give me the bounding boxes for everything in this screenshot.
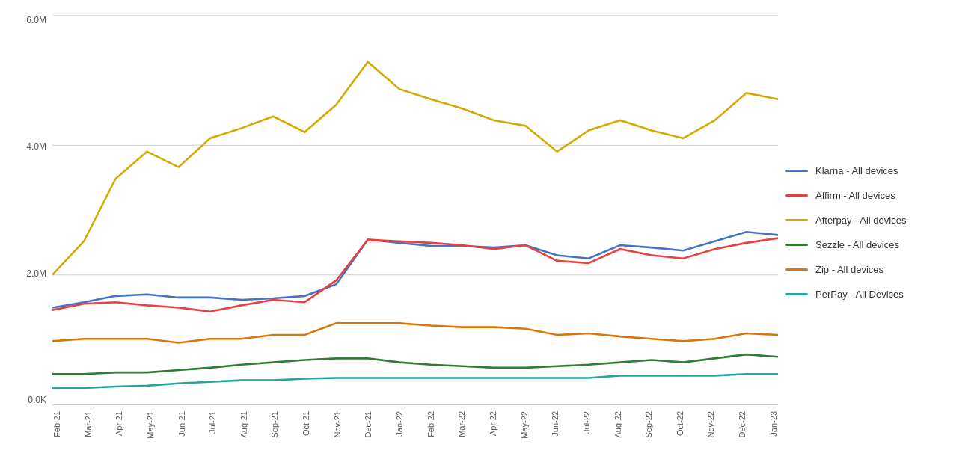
legend-line-affirm (785, 194, 808, 197)
chart-container: 6.0M 4.0M 2.0M 0.0K (0, 0, 980, 465)
legend-line-sezzle (785, 244, 808, 246)
x-label-aug22: Aug-22 (613, 411, 622, 437)
x-label-mar22: Mar-22 (457, 411, 466, 437)
x-label-mar21: Mar-21 (84, 411, 93, 437)
legend-label-sezzle: Sezzle - All devices (815, 239, 899, 250)
x-label-aug21: Aug-21 (239, 411, 248, 437)
legend-line-zip (785, 268, 808, 271)
legend-line-perpay (785, 293, 808, 295)
legend-label-affirm: Affirm - All devices (815, 190, 895, 201)
x-label-apr22: Apr-22 (489, 411, 497, 436)
x-label-may21: May-21 (146, 411, 155, 439)
x-label-jan23: Jan-23 (769, 411, 778, 437)
x-axis: Feb-21 Mar-21 Apr-21 May-21 Jun-21 Jul-2… (52, 405, 778, 450)
x-label-dec22: Dec-22 (738, 411, 747, 437)
x-label-jun21: Jun-21 (177, 411, 186, 437)
legend-line-afterpay (785, 219, 808, 221)
legend-item-zip: Zip - All devices (785, 264, 965, 275)
x-label-jun22: Jun-22 (551, 411, 560, 437)
x-label-dec21: Dec-21 (364, 411, 373, 437)
x-label-feb21: Feb-21 (52, 411, 61, 437)
y-label-2m: 2.0M (26, 268, 46, 279)
chart-legend: Klarna - All devices Affirm - All device… (778, 15, 973, 450)
x-label-sep22: Sep-22 (644, 411, 653, 437)
x-label-nov21: Nov-21 (333, 411, 342, 437)
legend-label-perpay: PerPay - All Devices (815, 289, 904, 300)
legend-item-klarna: Klarna - All devices (785, 165, 965, 176)
legend-line-klarna (785, 170, 808, 172)
y-label-4m: 4.0M (26, 141, 46, 152)
y-label-0k: 0.0K (28, 395, 46, 405)
x-label-jul21: Jul-21 (208, 411, 217, 434)
legend-item-afterpay: Afterpay - All devices (785, 215, 965, 226)
legend-item-sezzle: Sezzle - All devices (785, 239, 965, 250)
legend-item-affirm: Affirm - All devices (785, 190, 965, 201)
x-label-oct21: Oct-21 (301, 411, 310, 436)
x-label-jul22: Jul-22 (582, 411, 591, 434)
x-label-apr21: Apr-21 (114, 411, 123, 436)
y-label-6m: 6.0M (26, 15, 46, 25)
chart-svg (52, 15, 778, 405)
x-label-oct22: Oct-22 (676, 411, 685, 436)
x-label-sep21: Sep-21 (270, 411, 279, 437)
legend-label-klarna: Klarna - All devices (815, 165, 898, 176)
legend-label-afterpay: Afterpay - All devices (815, 215, 906, 226)
legend-item-perpay: PerPay - All Devices (785, 289, 965, 300)
x-label-nov22: Nov-22 (706, 411, 715, 437)
x-label-may22: May-22 (520, 411, 529, 439)
plot-area (52, 15, 778, 405)
y-axis: 6.0M 4.0M 2.0M 0.0K (15, 15, 52, 405)
x-label-feb22: Feb-22 (426, 411, 435, 437)
legend-label-zip: Zip - All devices (815, 264, 883, 275)
chart-area: 6.0M 4.0M 2.0M 0.0K (15, 15, 778, 450)
x-label-jan22: Jan-22 (395, 411, 404, 437)
